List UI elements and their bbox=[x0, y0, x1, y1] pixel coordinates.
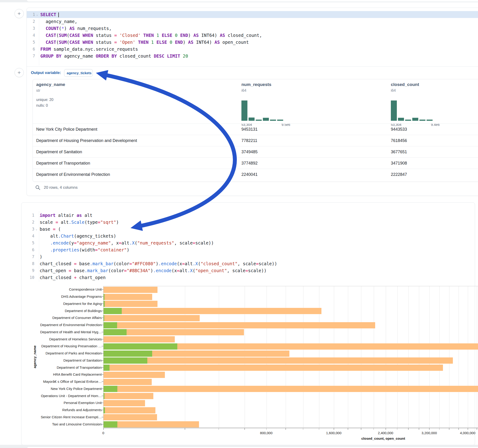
code-line: 3 COUNT(*) AS num_requests, bbox=[27, 25, 478, 32]
y-axis-tick bbox=[102, 374, 103, 375]
gridline bbox=[319, 286, 319, 428]
line-number: 1 bbox=[21, 212, 34, 219]
column-name: num_requests bbox=[241, 82, 271, 87]
bar-closed_count bbox=[104, 357, 453, 364]
code-text: chart_open = base.mark_bar(color="#8BC34… bbox=[38, 267, 267, 274]
x-axis-tick bbox=[245, 428, 245, 430]
bar-open_count bbox=[104, 350, 152, 357]
table-cell-closed_count: 2222847 bbox=[391, 169, 407, 180]
gridline bbox=[185, 286, 185, 428]
python-code-editor[interactable]: 1import altair as alt2scale = alt.Scale(… bbox=[21, 212, 475, 281]
code-text: CAST(SUM(CASE WHEN status = 'Closed' THE… bbox=[39, 32, 262, 39]
bar-closed_count bbox=[104, 393, 153, 399]
bar-open_count bbox=[104, 301, 105, 307]
code-line: 2scale = alt.Scale(type="sqrt") bbox=[21, 219, 475, 226]
x-axis-tick-label: 2,400,000 bbox=[378, 431, 393, 435]
x-axis-tick bbox=[285, 428, 286, 430]
table-footer-text: 20 rows, 4 columns bbox=[44, 185, 77, 190]
bar-open_count bbox=[104, 294, 104, 300]
y-axis-tick bbox=[102, 353, 103, 354]
previous-cell-stub bbox=[26, 0, 478, 2]
bar-open_count bbox=[104, 357, 147, 364]
output-variable-pill[interactable]: agency_tickets bbox=[64, 69, 93, 77]
code-text: alt.Chart(agency_tickets) bbox=[38, 232, 116, 239]
y-axis-label: Department of Environmental Protection bbox=[40, 323, 102, 327]
table-cell-closed_count: 7618456 bbox=[391, 135, 407, 146]
table-cell-closed_count: 9443533 bbox=[391, 124, 407, 135]
y-axis-label: Mayorâ€ s Office of Special Enforce… bbox=[43, 380, 102, 384]
y-axis-label: HRA Benefit Card Replacement bbox=[53, 372, 102, 377]
column-header-closed_count[interactable]: closed_counti64 bbox=[391, 82, 419, 93]
column-header-agency_name[interactable]: agency_namestrunique: 20nulls: 0 bbox=[36, 82, 65, 108]
column-histogram bbox=[241, 100, 283, 121]
bar-closed_count bbox=[104, 379, 152, 385]
histogram-bar bbox=[412, 118, 418, 121]
fold-spacer bbox=[34, 253, 38, 260]
code-text: import altair as alt bbox=[38, 212, 93, 219]
bar-open_count bbox=[104, 365, 110, 371]
x-axis-tick bbox=[374, 428, 374, 430]
gridline bbox=[361, 286, 361, 428]
table-cell-closed_count: 3677651 bbox=[391, 146, 407, 158]
table-cell-agency_name: Department of Environmental Protection bbox=[36, 169, 110, 180]
column-histogram bbox=[391, 100, 433, 121]
column-header-num_requests[interactable]: num_requestsi64 bbox=[241, 82, 271, 93]
table-cell-num_requests: 7782211 bbox=[241, 135, 257, 146]
code-line: 5 CAST(SUM(CASE WHEN status = 'Open' THE… bbox=[27, 39, 478, 46]
histogram-bar bbox=[398, 118, 404, 121]
code-text: scale = alt.Scale(type="sqrt") bbox=[38, 219, 119, 226]
x-axis-tick bbox=[103, 428, 104, 430]
code-line: 1import altair as alt bbox=[21, 212, 475, 219]
text-cursor bbox=[58, 12, 59, 17]
add-cell-button-output[interactable]: + bbox=[14, 68, 24, 77]
bar-closed_count bbox=[104, 372, 165, 378]
search-icon[interactable] bbox=[35, 185, 41, 190]
bar-closed_count bbox=[104, 365, 443, 371]
y-axis-tick bbox=[102, 311, 103, 311]
gridline bbox=[386, 286, 386, 428]
histogram-bar bbox=[419, 120, 425, 121]
y-axis-label: Department of Health and Mental Hyg… bbox=[40, 330, 102, 334]
table-cell-num_requests: 3749485 bbox=[241, 146, 258, 158]
gridline bbox=[477, 286, 477, 428]
y-axis-tick bbox=[102, 389, 103, 389]
code-line: 6 .properties(width="container") bbox=[21, 246, 475, 253]
y-axis-tick bbox=[102, 304, 103, 304]
x-axis-line bbox=[103, 428, 478, 428]
gridline bbox=[440, 286, 440, 428]
column-stats: unique: 20nulls: 0 bbox=[36, 97, 65, 108]
x-axis-tick-label: 3,200,000 bbox=[421, 431, 437, 435]
table-row: New York City Police Department945313194… bbox=[33, 124, 478, 135]
line-number: 7 bbox=[27, 53, 35, 59]
column-name: agency_name bbox=[36, 82, 65, 87]
code-line: 6FROM sample_data.nyc.service_requests bbox=[27, 46, 478, 53]
y-axis-tick bbox=[102, 424, 103, 424]
y-axis-label: Department of Housing Preservation … bbox=[41, 344, 102, 348]
fold-spacer bbox=[34, 239, 38, 246]
x-axis-tick bbox=[334, 428, 334, 430]
line-number: 3 bbox=[21, 226, 34, 232]
fold-chevron-icon[interactable]: ⌄ bbox=[35, 11, 39, 18]
fold-spacer bbox=[35, 53, 39, 59]
gridline bbox=[303, 286, 303, 428]
code-line: 10chart_closed + chart_open bbox=[21, 274, 475, 281]
table-cell-closed_count: 3471908 bbox=[391, 158, 407, 169]
code-text: CAST(SUM(CASE WHEN status = 'Open' THEN … bbox=[39, 39, 249, 46]
histogram-bar bbox=[427, 120, 433, 121]
fold-spacer bbox=[34, 232, 38, 239]
column-name: closed_count bbox=[391, 82, 419, 87]
code-line: 2 agency_name, bbox=[27, 18, 478, 25]
gridline bbox=[449, 286, 449, 428]
y-axis-label: Taxi and Limousine Commission bbox=[52, 422, 102, 426]
bar-closed_count bbox=[104, 407, 155, 413]
y-axis-label: Department for the Aging bbox=[63, 302, 102, 306]
python-cell-card: 1import altair as alt2scale = alt.Scale(… bbox=[21, 202, 475, 445]
fold-chevron-icon[interactable]: ⌄ bbox=[34, 226, 38, 232]
add-cell-button-top[interactable]: + bbox=[14, 9, 24, 18]
fold-spacer bbox=[34, 246, 38, 253]
histogram-bar bbox=[249, 118, 255, 121]
x-axis-tick bbox=[319, 428, 319, 430]
sql-code-editor[interactable]: 1⌄SELECT2 agency_name,3 COUNT(*) AS num_… bbox=[27, 11, 478, 59]
code-line: 5 .encode(y="agency_name", x=alt.X("num_… bbox=[21, 239, 475, 246]
code-line: 8chart_closed = base.mark_bar(color="#FF… bbox=[21, 260, 475, 267]
